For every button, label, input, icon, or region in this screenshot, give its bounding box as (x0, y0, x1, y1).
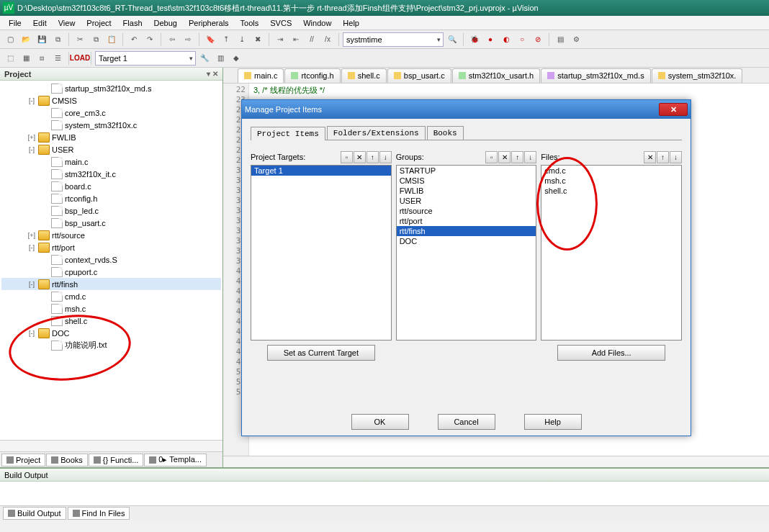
targets-list[interactable]: Target 1 (251, 165, 392, 341)
download-icon[interactable]: LOAD (73, 51, 87, 66)
save-icon[interactable]: 💾 (35, 32, 49, 47)
tree-folder[interactable]: [-]rtt/port (1, 241, 221, 253)
tree-file[interactable]: bsp_led.c (1, 204, 221, 217)
breakpoint-icon[interactable]: ● (483, 32, 498, 47)
translate-icon[interactable]: ⬚ (3, 51, 17, 66)
set-current-target-button[interactable]: Set as Current Target (267, 345, 375, 361)
nav-back-icon[interactable]: ⇦ (165, 32, 179, 47)
collapse-icon[interactable]: [-] (27, 244, 36, 251)
list-item[interactable]: USER (397, 196, 536, 206)
pane-tab[interactable]: 0▸ Templa... (144, 454, 207, 466)
tree-file[interactable]: system_stm32f10x.c (1, 119, 221, 131)
dialog-tab[interactable]: Books (427, 126, 464, 140)
menu-flash[interactable]: Flash (117, 17, 148, 29)
nav-fwd-icon[interactable]: ⇨ (181, 32, 195, 47)
groups-list[interactable]: STARTUPCMSISFWLIBUSERrtt/sourcertt/portr… (396, 165, 537, 341)
dialog-close-button[interactable]: ✕ (659, 103, 688, 116)
project-tree[interactable]: startup_stm32f10x_md.s[-]CMSIScore_cm3.c… (0, 81, 222, 440)
tree-folder[interactable]: [-]rtt/finsh (1, 278, 221, 290)
tree-file[interactable]: msh.c (1, 302, 221, 315)
window-icon[interactable]: ▤ (553, 32, 567, 47)
list-item[interactable]: DOC (397, 236, 536, 246)
undo-icon[interactable]: ↶ (127, 32, 141, 47)
tree-folder[interactable]: [-]USER (1, 143, 221, 155)
tree-folder[interactable]: [-]DOC (1, 327, 221, 339)
menu-help[interactable]: Help (337, 17, 365, 29)
cut-icon[interactable]: ✂ (73, 32, 87, 47)
tree-file[interactable]: bsp_usart.c (1, 217, 221, 229)
horizontal-scrollbar[interactable] (0, 440, 222, 451)
new-group-icon[interactable]: ▫ (485, 151, 498, 163)
file-up-icon[interactable]: ↑ (657, 151, 669, 163)
paste-icon[interactable]: 📋 (104, 32, 119, 47)
list-item[interactable]: Target 1 (251, 166, 391, 176)
menu-tools[interactable]: Tools (235, 17, 265, 29)
uncomment-icon[interactable]: /x (320, 32, 335, 47)
outdent-icon[interactable]: ⇤ (289, 32, 303, 47)
indent-icon[interactable]: ⇥ (273, 32, 287, 47)
options-icon[interactable]: 🔧 (197, 51, 212, 66)
target-up-icon[interactable]: ↑ (366, 151, 379, 163)
tree-folder[interactable]: [+]rtt/source (1, 229, 221, 241)
collapse-icon[interactable]: [-] (27, 146, 36, 153)
tree-file[interactable]: board.c (1, 180, 221, 192)
editor-tab[interactable]: shell.c (341, 68, 387, 83)
menu-peripherals[interactable]: Peripherals (183, 17, 235, 29)
editor-tab[interactable]: main.c (238, 68, 284, 83)
bookmark-next-icon[interactable]: ⤓ (235, 32, 249, 47)
add-files-button[interactable]: Add Files... (557, 345, 665, 361)
manage-icon[interactable]: ▥ (213, 51, 228, 66)
list-item[interactable]: msh.c (541, 176, 681, 186)
menu-debug[interactable]: Debug (148, 17, 183, 29)
editor-tab[interactable]: startup_stm32f10x_md.s (541, 68, 650, 83)
menu-window[interactable]: Window (297, 17, 337, 29)
batch-icon[interactable]: ☰ (50, 51, 65, 66)
tree-file[interactable]: shell.c (1, 315, 221, 327)
editor-hscroll[interactable] (223, 456, 769, 467)
list-item[interactable]: cmd.c (541, 166, 681, 176)
target-combo[interactable]: Target 1 (95, 51, 196, 66)
tree-folder[interactable]: [+]FWLIB (1, 131, 221, 143)
build-icon[interactable]: ▦ (19, 51, 33, 66)
group-up-icon[interactable]: ↑ (511, 151, 523, 163)
list-item[interactable]: rtt/port (397, 216, 536, 226)
rebuild-icon[interactable]: ⧈ (35, 51, 49, 66)
debug-icon[interactable]: 🐞 (467, 32, 482, 47)
saveall-icon[interactable]: ⧉ (50, 32, 65, 47)
tree-file[interactable]: cpuport.c (1, 266, 221, 278)
comment-icon[interactable]: // (305, 32, 319, 47)
pane-tab[interactable]: Project (1, 454, 45, 466)
expand-icon[interactable]: [+] (27, 232, 36, 239)
tree-file[interactable]: main.c (1, 155, 221, 168)
pane-tab[interactable]: {} Functi... (89, 454, 144, 466)
list-item[interactable]: STARTUP (397, 166, 536, 176)
tree-folder[interactable]: [-]CMSIS (1, 94, 221, 107)
files-list[interactable]: cmd.cmsh.cshell.c (541, 165, 682, 341)
bp-kill-icon[interactable]: ⊘ (531, 32, 545, 47)
cancel-button[interactable]: Cancel (438, 414, 495, 430)
file-down-icon[interactable]: ↓ (670, 151, 682, 163)
tree-file[interactable]: cmd.c (1, 290, 221, 302)
tree-file[interactable]: context_rvds.S (1, 253, 221, 266)
expand-icon[interactable]: [+] (27, 134, 36, 141)
dialog-titlebar[interactable]: Manage Project Items ✕ (242, 100, 691, 119)
dialog-tab[interactable]: Folders/Extensions (327, 126, 426, 140)
bookmark-icon[interactable]: 🔖 (203, 32, 217, 47)
editor-tab[interactable]: system_stm32f10x. (652, 68, 743, 83)
bp-disable-icon[interactable]: ○ (515, 32, 529, 47)
build-output-body[interactable] (0, 482, 769, 505)
pane-tab[interactable]: Books (46, 454, 88, 466)
tree-file[interactable]: startup_stm32f10x_md.s (1, 82, 221, 94)
tree-file[interactable]: stm32f10x_it.c (1, 168, 221, 180)
list-item[interactable]: FWLIB (397, 186, 536, 196)
find-icon[interactable]: 🔍 (445, 32, 459, 47)
menu-svcs[interactable]: SVCS (264, 17, 297, 29)
new-icon[interactable]: ▢ (3, 32, 17, 47)
pane-close-icon[interactable]: ▾ ✕ (207, 70, 218, 78)
redo-icon[interactable]: ↷ (143, 32, 157, 47)
bookmark-clear-icon[interactable]: ✖ (251, 32, 265, 47)
ok-button[interactable]: OK (351, 414, 409, 430)
editor-tab[interactable]: rtconfig.h (284, 68, 340, 83)
list-item[interactable]: rtt/finsh (397, 226, 536, 236)
delete-target-icon[interactable]: ✕ (354, 151, 366, 163)
